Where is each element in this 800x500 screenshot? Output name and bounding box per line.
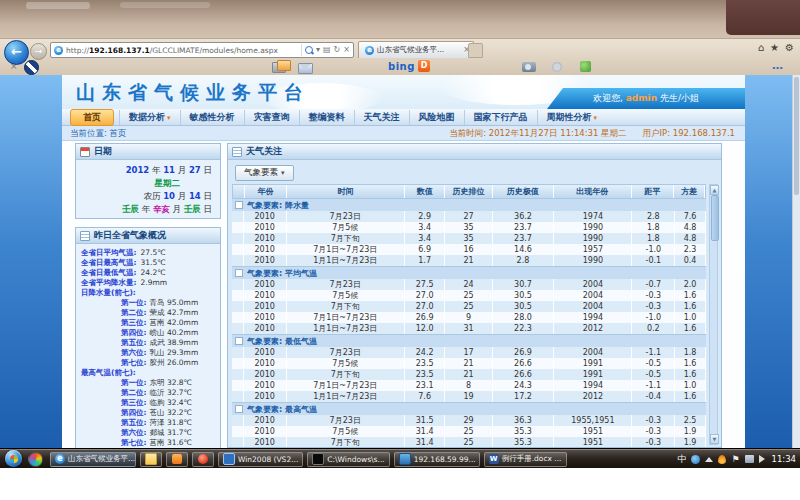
nav-item-national-products[interactable]: 国家下行产品 [464, 110, 537, 125]
rank-group-title: 日降水量(前七): [81, 288, 215, 298]
mail-icon[interactable] [298, 63, 313, 74]
section-header-row[interactable]: 气象要素: 最低气温 [232, 334, 706, 347]
table-row[interactable]: 20101月1日~7月23日7.61917.22012-0.41.6 [232, 391, 706, 402]
table-row[interactable]: 20107月5候31.42535.31951-0.31.9 [232, 426, 706, 437]
tray-caret-up-icon[interactable] [705, 457, 713, 462]
addon-puzzle-icon[interactable] [580, 61, 591, 72]
table-row[interactable]: 20107月5候27.02530.52004-0.31.6 [232, 290, 706, 301]
tools-gear-icon[interactable]: ⚙ [785, 42, 794, 53]
table-cell: 36.2 [493, 211, 555, 222]
table-cell: 7月23日 [287, 211, 406, 222]
tray-flame-icon[interactable] [718, 455, 726, 464]
new-tab-button[interactable] [468, 43, 483, 58]
browser-scrollbar-thumb[interactable] [794, 77, 799, 195]
taskbar-window-remote[interactable]: 192.168.59.99... [394, 452, 480, 467]
rank-station-value: 莒南 31.6℃ [150, 438, 193, 447]
browser-scrollbar[interactable] [792, 75, 800, 448]
column-header [233, 185, 245, 198]
paw-icon[interactable] [552, 62, 562, 72]
clock[interactable]: 11:34 [772, 454, 797, 464]
table-row[interactable]: 20107月下旬23.52126.61991-0.51.6 [232, 369, 706, 380]
scroll-down-icon[interactable]: ▼ [710, 434, 719, 444]
cards-icon[interactable] [272, 62, 286, 73]
search-icon[interactable] [305, 46, 313, 54]
dropdown-icon[interactable]: ▾ [316, 44, 320, 56]
table-cell: 21 [445, 358, 492, 369]
address-bar[interactable]: e http://192.168.137.1/GLCCLIMATE/module… [50, 42, 354, 58]
taskbar-window-title: 例行手册.docx ... [502, 454, 562, 464]
taskbar-window-cmd[interactable]: C:\Windows\s... [307, 452, 389, 467]
tray-flag-icon[interactable]: ⚑ [731, 454, 739, 464]
table-cell: 7月下旬 [287, 233, 406, 244]
section-header-row[interactable]: 气象要素: 最高气温 [232, 402, 706, 415]
table-row[interactable]: 20107月23日27.52430.72004-0.72.0 [232, 279, 706, 290]
section-title: 气象要素: 降水量 [247, 200, 309, 211]
table-row[interactable]: 20107月下旬3.43523.719901.84.8 [232, 233, 706, 244]
rank-label: 第六位: [121, 348, 147, 357]
home-icon[interactable]: ⌂ [758, 42, 764, 53]
checkbox-icon[interactable] [235, 337, 243, 345]
tab-title[interactable]: 山东省气候业务平... [377, 45, 463, 55]
table-row[interactable]: 20107月23日24.21726.92004-1.11.8 [232, 347, 706, 358]
addon-logo-icon[interactable] [24, 60, 39, 75]
table-row[interactable]: 20107月下旬31.42535.31951-0.31.9 [232, 437, 706, 447]
nav-item-home[interactable]: 首页 [70, 109, 114, 126]
nav-item-data-analysis[interactable]: 数据分析▾ [119, 110, 180, 125]
table-row[interactable]: 20107月23日31.52936.31955,1951-0.32.5 [232, 415, 706, 426]
nav-item-sensitivity-analysis[interactable]: 敏感性分析 [180, 110, 244, 125]
taskbar-orange-icon[interactable] [166, 452, 188, 467]
table-row[interactable]: 20107月23日2.92736.219742.87.6 [232, 211, 706, 222]
table-row[interactable]: 20107月1日~7月23日23.1824.31994-1.11.0 [232, 380, 706, 391]
taskbar-window-vm[interactable]: Win2008 (VS2... [218, 452, 303, 467]
search-provider-icon[interactable]: D [418, 60, 430, 72]
table-row[interactable]: 20107月5候23.52126.61991-0.51.6 [232, 358, 706, 369]
checkbox-icon[interactable] [235, 201, 243, 209]
scroll-up-icon[interactable]: ▲ [710, 185, 719, 195]
more-options-icon[interactable]: … [772, 59, 784, 72]
checkbox-icon[interactable] [235, 405, 243, 413]
tray-network-icon[interactable] [745, 455, 754, 463]
camera-icon[interactable] [522, 62, 536, 72]
bing-logo[interactable]: bing [388, 61, 415, 72]
checkbox-icon[interactable] [235, 269, 243, 277]
section-header-row[interactable]: 气象要素: 平均气温 [232, 266, 706, 279]
start-button[interactable] [5, 450, 22, 467]
table-row[interactable]: 20101月1日~7月23日12.03122.320120.21.6 [232, 323, 706, 334]
table-row[interactable]: 20107月1日~7月23日26.9928.01994-1.01.0 [232, 312, 706, 323]
element-dropdown-button[interactable]: 气象要素 ▾ [235, 165, 294, 181]
favorites-star-icon[interactable]: ★ [770, 42, 779, 53]
table-row[interactable]: 20107月下旬27.02530.52004-0.31.6 [232, 301, 706, 312]
media-center-icon[interactable] [28, 452, 43, 467]
tray-speaker-icon[interactable] [759, 455, 765, 463]
nav-item-disaster-query[interactable]: 灾害查询 [244, 110, 299, 125]
taskbar-window-word[interactable]: W例行手册.docx ... [484, 452, 567, 467]
weather-overview-panel: 昨日全省气象概况 全省日平均气温:27.5℃全省日最高气温:31.5℃全省日最低… [75, 227, 221, 448]
nav-item-risk-map[interactable]: 风险地图 [409, 110, 464, 125]
refresh-icon[interactable]: ↻ [334, 44, 341, 56]
taskbar-window-ie[interactable]: e山东省气候业务平... [50, 452, 136, 467]
nav-item-weather-focus[interactable]: 天气关注 [354, 110, 409, 125]
panel-scrollbar[interactable]: ▲ ▼ [709, 184, 718, 445]
table-row[interactable]: 20101月1日~7月23日1.7212.81990-0.10.4 [232, 255, 706, 266]
table-row[interactable]: 20107月5候3.43523.719901.84.8 [232, 222, 706, 233]
browser-tab[interactable]: e 山东省气候业务平... × [358, 41, 474, 58]
url-text[interactable]: http://192.168.137.1/GLCCLIMATE/modules/… [66, 46, 301, 55]
taskbar-folder-icon[interactable] [140, 452, 162, 467]
tray-globe-icon[interactable] [691, 455, 700, 464]
nav-item-label: 天气关注 [364, 112, 400, 122]
table-cell: 26.9 [493, 347, 555, 358]
table-row[interactable]: 20107月1日~7月23日6.91614.61957-1.02.3 [232, 244, 706, 255]
row-checkbox-cell [232, 391, 244, 402]
table-cell: -1.0 [632, 244, 675, 255]
back-button[interactable]: ← [4, 40, 29, 65]
nav-item-periodic-analysis[interactable]: 周期性分析▾ [537, 110, 607, 125]
section-header-row[interactable]: 气象要素: 降水量 [232, 198, 706, 211]
page-icon[interactable]: ▤ [323, 44, 331, 56]
nav-item-compiled-data[interactable]: 整编资料 [299, 110, 354, 125]
taskbar-red-icon[interactable] [192, 452, 214, 467]
scrollbar-thumb[interactable] [711, 195, 719, 241]
calendar-text: 月 [175, 165, 189, 175]
stop-icon[interactable]: × [343, 44, 350, 56]
ime-indicator[interactable]: 中 [677, 453, 686, 466]
overview-body: 全省日平均气温:27.5℃全省日最高气温:31.5℃全省日最低气温:24.2℃全… [76, 244, 220, 448]
